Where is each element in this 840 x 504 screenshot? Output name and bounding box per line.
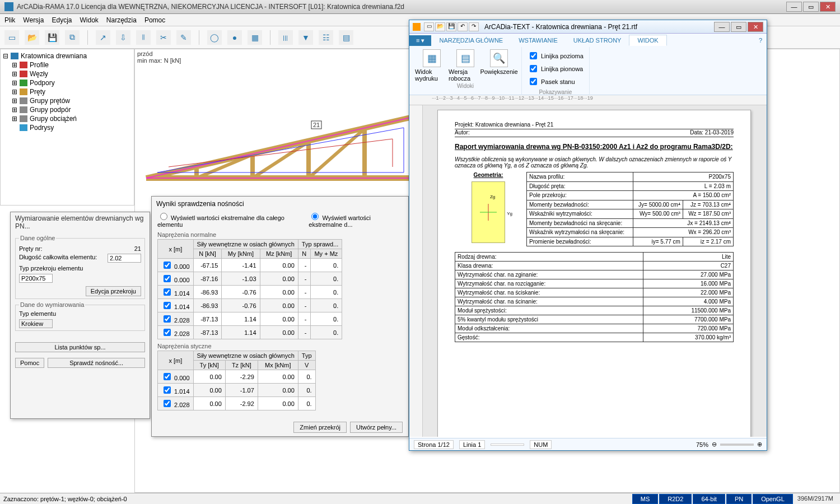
typ-elementu-input[interactable] xyxy=(19,319,53,328)
sprawdz-nosnosc-button[interactable]: Sprawdź nośność... xyxy=(48,358,145,368)
dot-icon[interactable]: ● xyxy=(227,30,242,45)
menu-pomoc[interactable]: Pomoc xyxy=(144,16,165,24)
widok-wydruku-button[interactable]: ▦Widok wydruku xyxy=(415,49,449,82)
menu-narzedzia[interactable]: Narzędzia xyxy=(106,16,137,24)
naprezenia-styczne-table: x [m]Siły wewnętrzne w osiach głównychTy… xyxy=(157,351,316,410)
section-diagram: Zg Yg xyxy=(472,181,505,243)
zoom-value: 75% xyxy=(696,441,708,448)
file-tab[interactable]: ≡ ▾ xyxy=(409,35,431,46)
tree-item-grupy-pretow[interactable]: ⊞Grupy prętów xyxy=(12,96,132,105)
menu-edycja[interactable]: Edycja xyxy=(52,16,72,24)
linijka-pozioma-check[interactable]: Linijka pozioma xyxy=(528,49,584,62)
radio-caly-element[interactable]: Wyświetl wartości ekstremalne dla całego… xyxy=(157,211,292,228)
zmien-przekroj-button[interactable]: Zmień przekrój xyxy=(293,422,347,433)
copy-icon[interactable]: ⧉ xyxy=(65,30,80,45)
dlugosc-input[interactable] xyxy=(108,254,141,263)
table-row[interactable]: 2.0280.00-2.920.000. xyxy=(158,397,316,410)
app-icon xyxy=(4,2,13,11)
wyniki-dialog: Wyniki sprawdzenia nośności Wyświetl war… xyxy=(151,196,409,437)
app-title: ArCADia-RAMA 17.0 Licencja dla WEWNĘTRZN… xyxy=(17,3,786,11)
utworz-pelny-button[interactable]: Utwórz pełny... xyxy=(350,422,403,433)
textwin-maximize-button[interactable]: ▭ xyxy=(731,22,746,32)
qat-undo-icon[interactable]: ↶ xyxy=(458,22,468,31)
grid-icon[interactable]: ▦ xyxy=(248,30,262,45)
tab-narzedzia[interactable]: NARZĘDZIA GŁÓWNE xyxy=(431,35,511,45)
tree-item-wezly[interactable]: ⊞Węzły xyxy=(12,69,132,78)
zoom-in-button[interactable]: ⊕ xyxy=(757,441,762,448)
pasek-stanu-check[interactable]: Pasek stanu xyxy=(528,75,584,88)
edycja-przekroju-button[interactable]: Edycja przekroju xyxy=(86,286,141,296)
wersja-robocza-button[interactable]: ▤Wersja robocza xyxy=(449,49,482,82)
badge-ms[interactable]: MS xyxy=(632,494,659,504)
help-icon[interactable]: ? xyxy=(759,37,762,44)
textwin-title: ArCADia-TEXT - Kratownica drewniana - Pr… xyxy=(484,23,714,31)
open-icon[interactable]: 📂 xyxy=(25,30,39,45)
save-icon[interactable]: 💾 xyxy=(45,30,59,45)
tab-uklad[interactable]: UKŁAD STRONY xyxy=(566,35,629,45)
tree-item-prety[interactable]: ⊞Pręty xyxy=(12,87,132,96)
table-row[interactable]: 1.0140.00-1.070.000. xyxy=(158,384,316,397)
qat-redo-icon[interactable]: ↷ xyxy=(469,22,479,31)
przekroj-input[interactable] xyxy=(19,274,53,283)
table-row[interactable]: 2.028-87.131.140.00-0. xyxy=(158,326,342,339)
horizontal-ruler: ···1···2···3···4···5···6···7···8···9···1… xyxy=(409,95,767,105)
funnel-icon[interactable]: ▼ xyxy=(298,30,313,45)
menu-plik[interactable]: Plik xyxy=(4,16,15,24)
tab-widok[interactable]: WIDOK xyxy=(629,35,666,46)
arcadia-text-window: ▭ 📂 💾 ↶ ↷ ArCADia-TEXT - Kratownica drew… xyxy=(409,20,767,451)
pomoc-button[interactable]: Pomoc xyxy=(15,358,44,368)
menu-widok[interactable]: Widok xyxy=(80,16,99,24)
textwin-minimize-button[interactable]: — xyxy=(714,22,730,32)
table-row[interactable]: 2.028-87.131.140.00-0. xyxy=(158,312,342,326)
table-row[interactable]: 1.014-86.93-0.760.00-0. xyxy=(158,299,342,312)
table-icon-1[interactable]: ☷ xyxy=(319,30,333,45)
tree-item-profile[interactable]: ⊞Profile xyxy=(12,60,132,69)
table-row[interactable]: 0.0000.00-2.290.000. xyxy=(158,370,316,384)
prety-value: 21 xyxy=(134,245,141,252)
badge-pn[interactable]: PN xyxy=(726,494,752,504)
tool-icon-1[interactable]: ↗ xyxy=(96,30,110,45)
project-tree: ⊟Kratownica drewniana ⊞Profile ⊞Węzły ⊞P… xyxy=(0,49,134,206)
table-row[interactable]: 1.014-86.93-0.760.00-0. xyxy=(158,286,342,299)
dialog2-title: Wyniki sprawdzenia nośności xyxy=(152,197,408,211)
linijka-pionowa-check[interactable]: Linijka pionowa xyxy=(528,62,584,75)
new-icon[interactable]: ▭ xyxy=(4,30,19,45)
minimize-button[interactable]: — xyxy=(786,2,802,12)
lista-punktow-button[interactable]: Lista punktów sp... xyxy=(15,342,145,352)
qat-save-icon[interactable]: 💾 xyxy=(446,22,456,31)
tool-icon-5[interactable]: ✎ xyxy=(176,30,191,45)
main-statusbar: Zaznaczono: prętów-1; węzłów-0; obciążeń… xyxy=(0,493,840,504)
close-button[interactable]: ✕ xyxy=(820,2,836,12)
badge-64bit[interactable]: 64-bit xyxy=(693,494,725,504)
radio-ekstremalne[interactable]: Wyświetl wartości ekstremalne d... xyxy=(309,211,403,228)
tree-item-podpory[interactable]: ⊞Podpory xyxy=(12,78,132,87)
tree-item-podrysy[interactable]: Podrysy xyxy=(12,123,132,132)
menu-wersja[interactable]: Wersja xyxy=(23,16,44,24)
table-row[interactable]: 0.000-67.15-1.410.00-0. xyxy=(158,259,342,272)
tree-item-grupy-podpor[interactable]: ⊞Grupy podpór xyxy=(12,105,132,114)
textwin-app-icon xyxy=(413,23,421,31)
tab-wstawianie[interactable]: WSTAWIANIE xyxy=(511,35,566,45)
circle-icon[interactable]: ◯ xyxy=(207,30,222,45)
tree-item-grupy-obciazen[interactable]: ⊞Grupy obciążeń xyxy=(12,114,132,123)
tool-icon-2[interactable]: ⇩ xyxy=(116,30,130,45)
tree-root[interactable]: ⊟Kratownica drewniana xyxy=(3,52,132,60)
maximize-button[interactable]: ▭ xyxy=(803,2,819,12)
textwin-close-button[interactable]: ✕ xyxy=(748,22,763,32)
tool-icon-4[interactable]: ✂ xyxy=(156,30,171,45)
zoom-slider[interactable] xyxy=(720,444,754,446)
powiekszenie-button[interactable]: 🔍Powiększenie xyxy=(482,49,516,82)
bars-icon[interactable]: ⫼ xyxy=(278,30,293,45)
svg-text:21: 21 xyxy=(313,122,320,128)
badge-opengl[interactable]: OpenGL xyxy=(753,494,793,504)
tool-icon-3[interactable]: ⫴ xyxy=(136,30,151,45)
zoom-out-button[interactable]: ⊖ xyxy=(712,441,717,448)
table-row[interactable]: 0.000-87.16-1.030.00-0. xyxy=(158,272,342,286)
badge-r2d2[interactable]: R2D2 xyxy=(659,494,692,504)
table-icon-2[interactable]: ▤ xyxy=(339,30,353,45)
wymiarowanie-dialog: Wymiarowanie elementów drewnianych wg PN… xyxy=(10,212,150,419)
qat-open-icon[interactable]: 📂 xyxy=(435,22,445,31)
selection-status: Zaznaczono: prętów-1; węzłów-0; obciążeń… xyxy=(3,496,127,502)
qat-new-icon[interactable]: ▭ xyxy=(424,22,434,31)
status-strona: Strona 1/12 xyxy=(414,440,454,449)
